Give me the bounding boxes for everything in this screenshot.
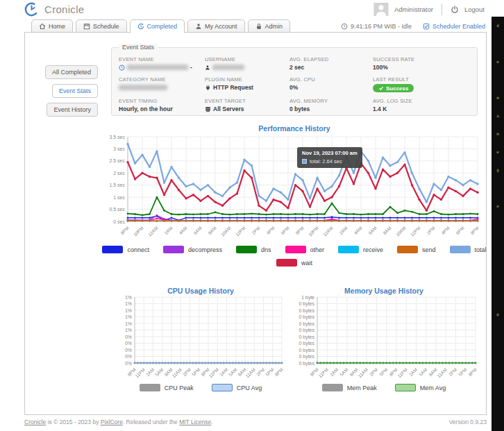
field-event-name: EVENT NAME - xyxy=(119,56,205,71)
field-category-name: CATEGORY NAME xyxy=(119,76,205,92)
svg-text:2AM: 2AM xyxy=(329,367,339,377)
svg-text:0 bytes: 0 bytes xyxy=(299,361,314,366)
sidebar-item-all-completed[interactable]: All Completed xyxy=(45,65,98,79)
svg-text:8PM: 8PM xyxy=(469,226,479,235)
version-label: Version 0.9.23 xyxy=(449,419,487,425)
memory-usage-chart: 1 byte0 bytes0 bytes0 bytes0 bytes0 byte… xyxy=(288,293,477,383)
field-avg-log-size: AVG. LOG SIZE 1.4 K xyxy=(373,98,471,112)
svg-text:2PM: 2PM xyxy=(251,226,260,235)
svg-text:2PM: 2PM xyxy=(369,367,378,377)
svg-text:2.5 sec: 2.5 sec xyxy=(109,158,125,163)
svg-text:0 bytes: 0 bytes xyxy=(299,308,314,314)
svg-text:5AM: 5AM xyxy=(339,367,348,377)
power-icon xyxy=(451,6,459,14)
footer-copyright: Cronicle is © 2015 - 2023 by PixlCore. R… xyxy=(24,419,213,425)
field-success-rate: SUCCESS RATE 100% xyxy=(373,56,471,71)
sidebar-item-event-history[interactable]: Event History xyxy=(47,103,98,117)
performance-legend-row-2: wait xyxy=(111,259,478,267)
svg-text:1%: 1% xyxy=(125,314,132,319)
svg-text:11PM: 11PM xyxy=(208,367,219,379)
chart-tooltip: Nov 19, 2023 07:00 am total: 2.64 sec xyxy=(297,147,362,168)
svg-text:11PM: 11PM xyxy=(396,367,408,379)
username-label: Administrator xyxy=(394,6,433,13)
svg-text:6PM: 6PM xyxy=(280,226,289,235)
svg-text:2PM: 2PM xyxy=(426,226,435,235)
svg-text:5AM: 5AM xyxy=(154,367,164,377)
legend-other: other xyxy=(285,246,325,253)
svg-text:8PM: 8PM xyxy=(294,226,304,235)
sidebar-item-event-stats[interactable]: Event Stats xyxy=(52,84,98,98)
cpu-legend: CPU Peak CPU Avg xyxy=(111,384,290,391)
tab-my-account-label: My Account xyxy=(205,23,237,30)
user-box: Administrator Logout xyxy=(373,3,485,16)
legend-wait: wait xyxy=(276,259,312,267)
event-icon xyxy=(119,65,125,71)
svg-text:8PM: 8PM xyxy=(274,367,283,377)
svg-text:2AM: 2AM xyxy=(338,226,348,235)
checkbox-checked-icon xyxy=(423,23,430,30)
performance-history-title: Performance History xyxy=(111,124,478,133)
svg-text:0 bytes: 0 bytes xyxy=(299,354,314,360)
time-status-label: 9:41:16 PM WIB - Idle xyxy=(351,23,412,30)
svg-text:2AM: 2AM xyxy=(408,367,418,377)
svg-text:0 bytes: 0 bytes xyxy=(299,348,314,353)
svg-text:10PM: 10PM xyxy=(133,226,144,237)
tab-my-account[interactable]: My Account xyxy=(187,19,245,33)
svg-text:4AM: 4AM xyxy=(178,226,187,235)
svg-text:0 bytes: 0 bytes xyxy=(299,314,314,320)
scheduler-label: Scheduler Enabled xyxy=(432,23,485,30)
svg-text:0%: 0% xyxy=(125,348,132,353)
tooltip-swatch xyxy=(302,159,307,164)
mit-license-link[interactable]: MIT License xyxy=(179,419,211,425)
svg-text:11AM: 11AM xyxy=(171,367,183,379)
legend-receive: receive xyxy=(338,246,383,253)
event-stats-grid: EVENT NAME - USERNAME xyxy=(112,48,477,117)
svg-text:0 bytes: 0 bytes xyxy=(299,328,314,333)
tooltip-value: total: 2.64 sec xyxy=(310,158,342,164)
tab-home-label: Home xyxy=(49,23,65,30)
divider xyxy=(442,3,442,15)
tab-schedule[interactable]: Schedule xyxy=(76,19,127,33)
svg-text:1 sec: 1 sec xyxy=(113,195,125,200)
svg-text:4AM: 4AM xyxy=(353,226,362,235)
svg-text:11AM: 11AM xyxy=(436,367,448,379)
svg-text:5AM: 5AM xyxy=(418,367,428,377)
svg-text:1%: 1% xyxy=(125,295,132,300)
memory-legend: Mem Peak Mem Avg xyxy=(290,384,478,391)
tab-admin[interactable]: Admin xyxy=(248,19,291,33)
svg-text:1%: 1% xyxy=(125,308,132,313)
plugin-icon xyxy=(205,85,211,91)
svg-text:8AM: 8AM xyxy=(207,226,217,235)
tab-home[interactable]: Home xyxy=(31,19,73,33)
svg-text:12AM: 12AM xyxy=(322,226,334,237)
legend-cpu-avg: CPU Avg xyxy=(212,384,262,391)
status-line: 9:41:16 PM WIB - Idle Scheduler Enabled xyxy=(341,23,485,30)
clock-status: 9:41:16 PM WIB - Idle xyxy=(341,23,412,30)
main-tabbar: Home Schedule Completed My Account Admin xyxy=(31,19,290,33)
event-stats-legend: Event Stats xyxy=(119,44,158,51)
pixlcore-link[interactable]: PixlCore xyxy=(101,419,123,425)
app-title: Cronicle xyxy=(44,3,84,15)
redacted-category xyxy=(119,85,167,90)
svg-text:2PM: 2PM xyxy=(255,367,265,377)
event-stats-panel: Event Stats EVENT NAME - USERNAME xyxy=(111,47,478,116)
svg-text:0 bytes: 0 bytes xyxy=(299,301,314,307)
logout-button[interactable]: Logout xyxy=(464,6,485,13)
legend-cpu-peak: CPU Peak xyxy=(140,384,194,391)
legend-mem-peak: Mem Peak xyxy=(322,384,377,391)
home-icon xyxy=(39,23,46,30)
svg-text:8PM: 8PM xyxy=(467,367,477,377)
field-last-result: LAST RESULT Success xyxy=(373,76,471,92)
tab-completed[interactable]: Completed xyxy=(130,19,185,33)
svg-text:0%: 0% xyxy=(125,361,132,366)
cronicle-link[interactable]: Cronicle xyxy=(24,419,46,425)
svg-text:2AM: 2AM xyxy=(219,367,228,377)
svg-text:11PM: 11PM xyxy=(317,367,329,379)
calendar-icon xyxy=(83,23,90,30)
svg-text:1%: 1% xyxy=(125,328,132,332)
scheduler-toggle[interactable]: Scheduler Enabled xyxy=(423,23,485,30)
server-icon xyxy=(205,106,211,112)
sidebar: All Completed Event Stats Event History xyxy=(26,65,98,117)
user-icon xyxy=(205,65,210,71)
svg-text:0%: 0% xyxy=(125,341,132,346)
